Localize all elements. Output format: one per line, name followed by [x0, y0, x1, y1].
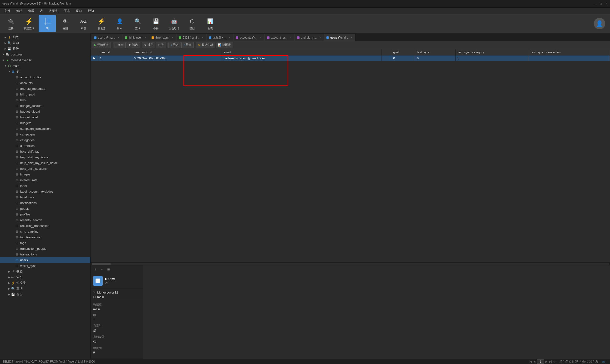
- close-button[interactable]: ✕: [604, 2, 608, 5]
- sidebar-item-query-folder2[interactable]: ▶ 🔍 查询: [0, 286, 90, 291]
- text-button[interactable]: T 文本: [113, 42, 126, 48]
- sidebar-item-accounts[interactable]: ▶ ⊞ accounts: [0, 80, 90, 86]
- tab-close-think-user[interactable]: ✕: [144, 36, 146, 39]
- sidebar-item-budgets[interactable]: ▶ ⊞ budgets: [0, 120, 90, 126]
- tab-account-pr[interactable]: account_pr... ✕: [264, 34, 295, 41]
- col-header-email[interactable]: email: [222, 49, 381, 55]
- col-header-user-id[interactable]: user_id: [98, 49, 132, 55]
- sidebar-item-backups[interactable]: ▶ 💾 备份: [0, 46, 90, 52]
- sidebar-item-index-folder[interactable]: ▶ A-Z 索引: [0, 274, 90, 280]
- tab-users-mai2[interactable]: users @mai... ✕: [324, 34, 355, 41]
- nav-prev-button[interactable]: ◀: [533, 360, 535, 363]
- menu-file[interactable]: 文件: [2, 8, 13, 14]
- tab-close-accounts[interactable]: ✕: [260, 36, 262, 39]
- sidebar-item-view-folder[interactable]: ▶ 👁 视图: [0, 269, 90, 274]
- menu-view[interactable]: 查看: [26, 8, 37, 14]
- filter-button[interactable]: ▼ 筛选: [126, 42, 140, 48]
- nav-last-button[interactable]: ▶|: [549, 360, 552, 363]
- sidebar-item-users[interactable]: ▶ ⊞ users: [0, 257, 90, 263]
- maximize-button[interactable]: □: [599, 2, 602, 5]
- sidebar-item-help-shift-my-issue[interactable]: ▶ ⊞ help_shift_my_issue: [0, 154, 90, 160]
- nav-next-button[interactable]: ▶: [545, 360, 548, 363]
- sort-button[interactable]: ⇅ 排序: [142, 42, 155, 48]
- sidebar-item-account-profile[interactable]: ▶ ⊞ account_profile: [0, 74, 90, 80]
- col-header-last-sync[interactable]: last_sync: [415, 49, 456, 55]
- sidebar-item-table-folder[interactable]: ▼ ⊞ 表: [0, 69, 90, 74]
- sidebar-item-help-shift-faq[interactable]: ▶ ⊞ help_shift_faq: [0, 149, 90, 154]
- autorun-button[interactable]: 🤖 自动运行: [165, 15, 183, 32]
- sidebar-item-help-shift-my-issue-detail[interactable]: ▶ ⊞ help_shift_my_issue_detail: [0, 160, 90, 166]
- export-button[interactable]: ↑ 导出: [181, 42, 194, 48]
- tab-close-users-main[interactable]: ✕: [118, 36, 120, 39]
- tab-close-unnamed[interactable]: ✕: [229, 36, 231, 39]
- sidebar-item-help-shift-sections[interactable]: ▶ ⊞ help_shift_sections: [0, 166, 90, 171]
- sidebar-item-categories[interactable]: ▶ ⊞ categories: [0, 137, 90, 143]
- column-button[interactable]: ⊞ 列: [156, 42, 166, 48]
- tab-close-users-mai2[interactable]: ✕: [351, 36, 353, 39]
- cell-gold[interactable]: 0: [391, 55, 415, 61]
- tab-close-think-adm[interactable]: ✕: [172, 36, 174, 39]
- tab-unnamed[interactable]: 无标题 - ... ✕: [206, 34, 233, 41]
- nav-refresh-button[interactable]: ↺: [553, 360, 556, 363]
- tab-close-account-pr[interactable]: ✕: [290, 36, 292, 39]
- start-transaction-button[interactable]: ▶ 开始事务: [92, 42, 111, 48]
- menu-edit[interactable]: 编辑: [14, 8, 25, 14]
- sidebar-item-queries[interactable]: ▶ 🔍 查询: [0, 40, 90, 46]
- sidebar-item-label[interactable]: ▶ ⊞ label: [0, 183, 90, 189]
- col-header-last-sync-category[interactable]: last_sync_category: [456, 49, 529, 55]
- backup-button[interactable]: 💾 备份: [147, 15, 164, 32]
- info-btn-list[interactable]: ≡: [99, 266, 105, 272]
- build-chart-button[interactable]: 📊 建图表: [216, 42, 233, 48]
- model-button[interactable]: ⬡ 模型: [183, 15, 201, 32]
- tab-accounts[interactable]: accounts @... ✕: [233, 34, 264, 41]
- sidebar-item-label-cate[interactable]: ▶ ⊞ label_cate: [0, 194, 90, 200]
- tab-users-main[interactable]: users @ma... ✕: [92, 34, 122, 41]
- import-button[interactable]: ↓ 导入: [168, 42, 181, 48]
- sidebar-item-backup-folder2[interactable]: ▶ 💾 备份: [0, 291, 90, 297]
- sidebar-item-trigger-folder[interactable]: ▶ ⚡ 触发器: [0, 280, 90, 286]
- table-button[interactable]: 表: [39, 15, 56, 32]
- col-header-gold2[interactable]: gold: [391, 49, 415, 55]
- connect-button[interactable]: 🔌 连接: [2, 15, 20, 32]
- sidebar-item-budget-account[interactable]: ▶ ⊞ budget_account: [0, 103, 90, 109]
- cell-last-sync-category[interactable]: 0: [456, 55, 529, 61]
- menu-window[interactable]: 窗口: [73, 8, 84, 14]
- menu-table[interactable]: 表: [38, 8, 45, 14]
- sidebar-item-interest-rate[interactable]: ▶ ⊞ interest_rate: [0, 177, 90, 183]
- status-view-toggle[interactable]: ⊞ ≡: [602, 360, 608, 364]
- sidebar-item-android-metadata[interactable]: ▶ ⊞ android_metadata: [0, 86, 90, 91]
- sidebar-item-tag-transaction[interactable]: ▶ ⊞ tag_transaction: [0, 234, 90, 240]
- info-btn-grid[interactable]: ⊞: [106, 266, 111, 272]
- sidebar-item-campaign-transaction[interactable]: ▶ ⊞ campaign_transaction: [0, 126, 90, 131]
- col-header-last-sync-transaction[interactable]: last_sync_transaction: [529, 49, 610, 55]
- query-button[interactable]: 🔍 查询: [129, 15, 146, 32]
- index-button[interactable]: A-Z 索引: [75, 15, 92, 32]
- tab-think-user[interactable]: think_user ✕: [122, 34, 149, 41]
- sidebar-item-recently-search[interactable]: ▶ ⊞ recently_search: [0, 217, 90, 223]
- tab-think-adm[interactable]: think_admi ✕: [149, 34, 176, 41]
- user-avatar[interactable]: 👤: [594, 18, 605, 29]
- minimize-button[interactable]: ─: [594, 2, 597, 5]
- data-table-wrapper[interactable]: user_id user_sync_id email gold last_syn…: [91, 49, 610, 262]
- sidebar-item-postgres[interactable]: ▶ 🐘 postgres: [0, 52, 90, 57]
- cell-user-sync-id[interactable]: 6629c9aa80b5506e99...: [132, 55, 222, 61]
- col-header-gold[interactable]: [381, 49, 391, 55]
- menu-favorites[interactable]: 收藏夹: [46, 8, 61, 14]
- user-button[interactable]: 👤 用户: [111, 15, 128, 32]
- cell-gold-empty[interactable]: [381, 55, 391, 61]
- sidebar-item-sms-banking[interactable]: ▶ ⊞ sms_banking: [0, 229, 90, 234]
- cell-email[interactable]: carleenloydlyis40@gmail.com: [222, 55, 381, 61]
- nav-first-button[interactable]: |◀: [529, 360, 532, 363]
- sidebar-item-main-schema[interactable]: ▼ ⬡ main: [0, 63, 90, 69]
- tab-android-m[interactable]: android_m... ✕: [295, 34, 324, 41]
- info-btn-info[interactable]: ℹ: [92, 266, 98, 272]
- tab-close-2828-local[interactable]: ✕: [202, 36, 204, 39]
- sidebar-item-campaigns[interactable]: ▶ ⊞ campaigns: [0, 131, 90, 137]
- sidebar-item-bills[interactable]: ▶ ⊞ bills: [0, 97, 90, 103]
- sidebar-item-functions[interactable]: ▶ ⨍ 函数: [0, 34, 90, 40]
- col-header-user-sync-id[interactable]: user_sync_id: [132, 49, 222, 55]
- sidebar-item-wallet-sync[interactable]: ▶ ⊞ wallet_sync: [0, 263, 90, 269]
- sidebar-item-budget-label[interactable]: ▶ ⊞ budget_label: [0, 114, 90, 120]
- view-button[interactable]: 👁 视图: [57, 15, 74, 32]
- sidebar-item-notifications[interactable]: ▶ ⊞ notifications: [0, 200, 90, 206]
